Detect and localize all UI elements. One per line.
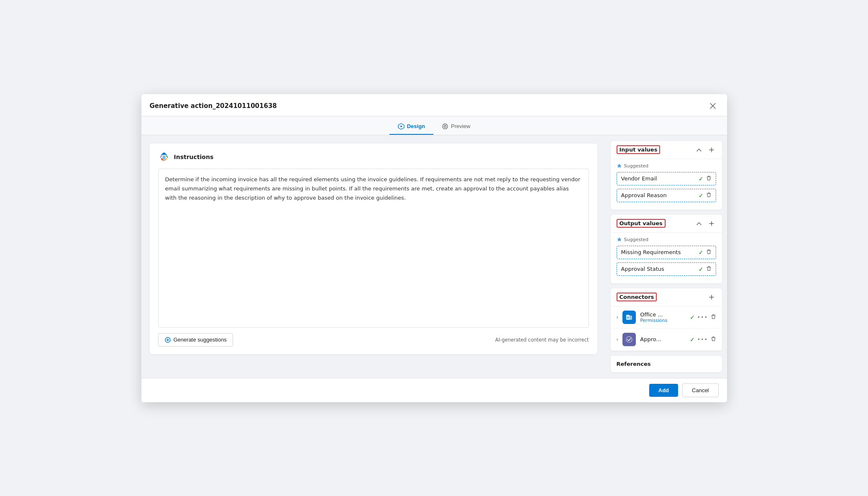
trash-icon-4 [706, 266, 712, 271]
suggested-icon [617, 163, 622, 169]
approval-status-check-icon: ✓ [699, 266, 704, 272]
suggested-icon-2 [617, 237, 622, 242]
input-suggested-label: Suggested [617, 163, 716, 169]
connectors-title-row: Connectors [617, 293, 657, 301]
connector-approvals-check-icon: ✓ [690, 336, 695, 343]
cancel-button[interactable]: Cancel [682, 383, 718, 397]
preview-tab-icon [442, 123, 448, 130]
close-button[interactable] [707, 100, 719, 112]
instructions-header: Instructions [158, 151, 589, 163]
connector-office-icon: O [622, 311, 636, 324]
input-values-body: Suggested Vendor Email ✓ [611, 159, 722, 210]
office-icon: O [625, 313, 633, 321]
connector-approvals-menu-button[interactable]: ••• [697, 337, 708, 342]
connector-approvals-info: Appro... [640, 336, 686, 342]
output-values-title: Output values [617, 219, 666, 228]
input-values-collapse-button[interactable] [694, 145, 704, 154]
output-values-actions [694, 219, 716, 228]
connectors-actions [707, 293, 716, 302]
preview-tab-label: Preview [451, 123, 470, 129]
output-values-header: Output values [611, 215, 722, 233]
connector-approvals-chevron[interactable]: › [617, 337, 619, 342]
output-item-approval-status: Approval Status ✓ [617, 262, 716, 276]
references-card: References [611, 356, 722, 372]
connector-approvals: › Appro... ✓ ••• [611, 329, 722, 351]
plus-icon-2 [709, 221, 714, 226]
plus-icon-3 [709, 295, 714, 300]
approval-reason-actions: ✓ [699, 192, 712, 199]
connectors-title: Connectors [617, 293, 657, 301]
svg-text:O: O [627, 316, 629, 319]
connector-office-info: Office ... Permissions [640, 311, 686, 323]
approval-status-actions: ✓ [699, 266, 712, 272]
copilot-icon [158, 151, 170, 163]
chevron-up-icon-2 [696, 221, 702, 226]
output-values-title-row: Output values [617, 219, 666, 228]
output-values-add-button[interactable] [707, 219, 716, 228]
connectors-add-button[interactable] [707, 293, 716, 302]
left-panel: Instructions Determine if the incoming i… [141, 135, 606, 378]
connector-office-check-icon: ✓ [690, 314, 695, 321]
ai-disclaimer: AI-generated content may be incorrect [495, 337, 589, 343]
connector-approvals-delete-button[interactable] [711, 336, 716, 343]
instructions-textarea[interactable]: Determine if the incoming invoice has al… [158, 169, 589, 328]
svg-point-0 [400, 126, 402, 127]
approval-reason-label: Approval Reason [621, 192, 667, 198]
input-values-card: Input values [611, 141, 722, 210]
input-item-approval-reason: Approval Reason ✓ [617, 189, 716, 202]
modal-container: Generative action_20241011001638 Design … [141, 94, 727, 402]
connectors-card: Connectors › [611, 288, 722, 351]
trash-icon-3 [706, 249, 712, 254]
missing-requirements-delete-button[interactable] [706, 249, 712, 256]
input-values-title: Input values [617, 145, 661, 154]
vendor-email-delete-button[interactable] [706, 175, 712, 182]
missing-requirements-actions: ✓ [699, 249, 712, 256]
modal-body: Instructions Determine if the incoming i… [141, 135, 727, 378]
connector-office-actions: ✓ ••• [690, 314, 716, 321]
trash-icon-6 [711, 336, 716, 342]
approval-reason-delete-button[interactable] [706, 192, 712, 199]
generate-suggestions-button[interactable]: Generate suggestions [158, 333, 233, 347]
connector-approvals-actions: ✓ ••• [690, 336, 716, 343]
output-values-collapse-button[interactable] [694, 219, 704, 228]
generate-btn-label: Generate suggestions [174, 337, 227, 343]
references-title: References [617, 361, 651, 367]
modal-header: Generative action_20241011001638 [141, 94, 727, 116]
approval-status-label: Approval Status [621, 266, 664, 272]
instructions-card: Instructions Determine if the incoming i… [150, 144, 597, 354]
plus-icon [709, 147, 714, 152]
svg-point-2 [444, 125, 446, 127]
approval-status-delete-button[interactable] [706, 266, 712, 272]
missing-requirements-check-icon: ✓ [699, 249, 704, 256]
connector-office-delete-button[interactable] [711, 314, 716, 321]
close-icon [709, 103, 716, 109]
connector-office-chevron[interactable]: › [617, 314, 619, 320]
output-values-body: Suggested Missing Requirements ✓ [611, 233, 722, 283]
connector-office: › O Office ... Permissions ✓ [611, 306, 722, 329]
output-item-missing-requirements: Missing Requirements ✓ [617, 246, 716, 259]
tabs-bar: Design Preview [141, 116, 727, 135]
modal-footer: Add Cancel [141, 378, 727, 402]
trash-icon-5 [711, 314, 716, 319]
input-values-add-button[interactable] [707, 145, 716, 154]
tab-design[interactable]: Design [389, 120, 433, 135]
chevron-up-icon [696, 147, 702, 152]
approvals-icon [625, 335, 633, 344]
output-suggested-label: Suggested [617, 237, 716, 242]
input-item-vendor-email: Vendor Email ✓ [617, 172, 716, 185]
connector-approvals-icon [622, 333, 636, 346]
connector-approvals-name: Appro... [640, 336, 686, 342]
generate-bar: Generate suggestions AI-generated conten… [158, 333, 589, 347]
instructions-title: Instructions [174, 154, 214, 160]
input-values-title-row: Input values [617, 145, 661, 154]
tab-preview[interactable]: Preview [433, 120, 479, 135]
add-button[interactable]: Add [649, 384, 678, 397]
trash-icon-2 [706, 192, 712, 198]
connector-office-sub: Permissions [640, 318, 686, 323]
connector-office-menu-button[interactable]: ••• [697, 314, 708, 320]
svg-rect-5 [629, 316, 632, 320]
right-panel: Input values [606, 135, 727, 378]
design-tab-icon [398, 123, 405, 130]
connectors-header: Connectors [611, 288, 722, 306]
modal-title: Generative action_20241011001638 [150, 102, 277, 110]
